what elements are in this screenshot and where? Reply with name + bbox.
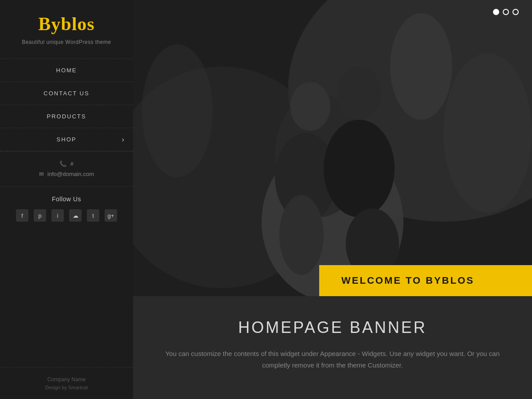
site-tagline: Beautiful unique WordPress theme [22, 39, 111, 45]
sidebar: Byblos Beautiful unique WordPress theme … [0, 0, 133, 399]
svg-point-12 [443, 53, 532, 213]
email-icon: ✉ [39, 171, 44, 177]
slider-dot-1[interactable] [493, 9, 499, 15]
chevron-right-icon: › [122, 136, 124, 144]
svg-point-8 [324, 120, 395, 217]
twitter-icon[interactable]: t [87, 209, 99, 222]
welcome-text: WELCOME TO BYBLOS [341, 275, 510, 286]
email-row: ✉ info@domain.com [39, 171, 94, 177]
slider-dot-2[interactable] [503, 9, 509, 15]
social-icons-container: f p i ☁ t g+ [16, 209, 117, 222]
follow-title: Follow Us [52, 196, 81, 203]
hero-image [133, 0, 532, 296]
contact-info: 📞 # ✉ info@domain.com [0, 151, 133, 186]
hero-illustration [133, 0, 532, 296]
facebook-icon[interactable]: f [16, 209, 28, 222]
nav-item-home[interactable]: HOME [0, 59, 133, 82]
main-content: WELCOME TO BYBLOS HOMEPAGE BANNER You ca… [133, 0, 532, 399]
nav-link-home[interactable]: HOME [0, 59, 133, 82]
company-name: Company Name [47, 376, 86, 383]
pinterest-icon[interactable]: p [34, 209, 46, 222]
svg-point-13 [390, 13, 452, 120]
nav-link-products[interactable]: PRODUCTS [0, 105, 133, 128]
welcome-banner: WELCOME TO BYBLOS [319, 265, 532, 296]
soundcloud-icon[interactable]: ☁ [69, 209, 82, 222]
nav-link-shop[interactable]: SHOP [0, 128, 133, 151]
phone-icon: 📞 [59, 160, 66, 167]
email-address: info@domain.com [47, 171, 94, 177]
nav-link-contact[interactable]: CONTACT US [0, 82, 133, 105]
sidebar-footer: Company Name Design by Smartcat [0, 367, 133, 399]
svg-point-9 [279, 195, 324, 275]
google-plus-icon[interactable]: g+ [105, 209, 117, 222]
main-nav: HOME CONTACT US PRODUCTS SHOP › [0, 59, 133, 151]
follow-section: Follow Us f p i ☁ t g+ [0, 186, 133, 231]
hero-section: WELCOME TO BYBLOS [133, 0, 532, 296]
phone-row: 📞 # [59, 160, 73, 167]
svg-point-11 [142, 44, 213, 177]
svg-point-6 [337, 66, 381, 120]
nav-item-contact[interactable]: CONTACT US [0, 82, 133, 105]
nav-item-products[interactable]: PRODUCTS [0, 105, 133, 128]
svg-point-5 [290, 82, 330, 131]
site-logo[interactable]: Byblos [38, 13, 94, 35]
design-credit: Design by Smartcat [45, 385, 88, 390]
slider-dots [493, 9, 519, 15]
lower-section: HOMEPAGE BANNER You can customize the co… [133, 296, 532, 399]
phone-number: # [70, 160, 73, 167]
slider-dot-3[interactable] [512, 9, 519, 15]
instagram-icon[interactable]: i [51, 209, 64, 222]
banner-title: HOMEPAGE BANNER [151, 318, 514, 337]
nav-item-shop[interactable]: SHOP › [0, 128, 133, 151]
banner-description: You can customize the contents of this w… [164, 348, 501, 371]
